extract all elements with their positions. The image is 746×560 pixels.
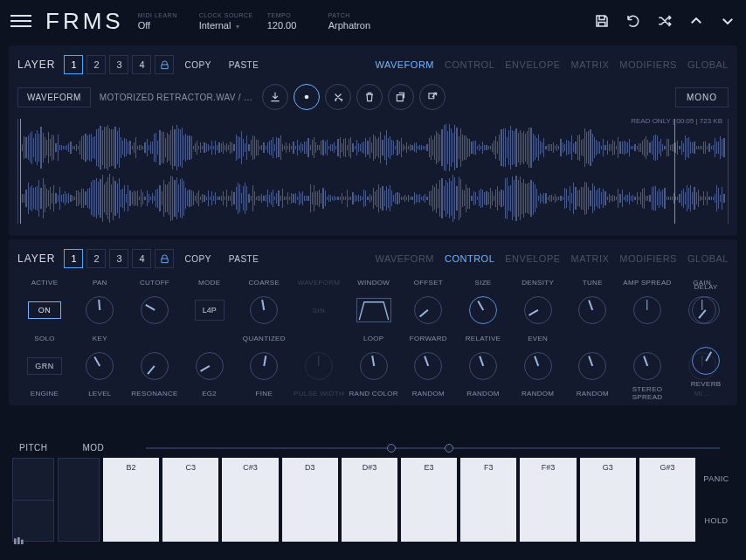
mod-pitch-slider[interactable] — [146, 447, 720, 449]
level-knob[interactable] — [86, 352, 114, 380]
tab-matrix[interactable]: MATRIX — [571, 59, 610, 70]
paste-button[interactable]: PASTE — [222, 57, 266, 73]
patch-field[interactable]: PATCH Arphatron — [328, 12, 433, 31]
record-button[interactable] — [294, 84, 320, 110]
layer-4-button[interactable]: 4 — [132, 55, 151, 74]
start-marker[interactable] — [20, 119, 21, 224]
key-g3[interactable]: G3 — [580, 458, 636, 542]
key-cs3[interactable]: C#3 — [222, 458, 278, 542]
ctrl-layer-2-button[interactable]: 2 — [86, 249, 106, 268]
pulsewidth-label: PULSE WIDTH — [294, 390, 344, 398]
key-c3[interactable]: C3 — [162, 458, 218, 542]
reverb-knob[interactable] — [692, 347, 720, 375]
patch-value: Arphatron — [328, 20, 433, 31]
loop-label: LOOP — [363, 335, 383, 342]
layer-2-button[interactable]: 2 — [86, 55, 106, 74]
ctrl-tab-modifiers[interactable]: MODIFIERS — [619, 253, 677, 264]
ctrl-tab-waveform[interactable]: WAVEFORM — [375, 253, 434, 264]
next-patch-icon[interactable] — [720, 13, 736, 29]
size-knob[interactable] — [469, 296, 497, 324]
hold-button[interactable]: HOLD — [705, 516, 729, 525]
fine-knob[interactable] — [250, 352, 278, 380]
tempo-field[interactable]: TEMPO 120.00 — [267, 12, 314, 31]
key-ds3[interactable]: D#3 — [342, 458, 397, 542]
ctrl-copy-button[interactable]: COPY — [177, 251, 218, 267]
tab-global[interactable]: GLOBAL — [687, 59, 729, 70]
layer-1-button[interactable]: 1 — [64, 55, 83, 74]
keyboard-icon[interactable] — [12, 534, 26, 548]
resonance-label: RESONANCE — [131, 390, 177, 398]
pan-knob[interactable] — [86, 296, 114, 324]
lock-icon[interactable] — [155, 55, 174, 74]
mod-label: MOD — [83, 443, 105, 453]
pitch-label: PITCH — [19, 443, 48, 453]
panic-button[interactable]: PANIC — [703, 474, 729, 483]
resonance-knob[interactable] — [141, 352, 169, 380]
ctrl-layer-3-button[interactable]: 3 — [109, 249, 128, 268]
pulsewidth-knob[interactable] — [305, 352, 333, 380]
waveform-select[interactable]: WAVEFORM — [17, 87, 91, 107]
tab-control[interactable]: CONTROL — [445, 59, 494, 70]
ctrl-layer-4-button[interactable]: 4 — [132, 249, 151, 268]
download-button[interactable] — [262, 84, 288, 110]
pitch-pad[interactable] — [12, 458, 54, 542]
key-label: KEY — [93, 335, 107, 342]
slider-thumb-2[interactable] — [445, 444, 453, 453]
end-marker[interactable] — [674, 119, 675, 224]
save-icon[interactable] — [594, 13, 610, 29]
layer-3-button[interactable]: 3 — [109, 55, 128, 74]
clock-source-field[interactable]: CLOCK SOURCE Internal — [199, 12, 253, 31]
random4-knob[interactable] — [578, 352, 606, 380]
tab-modifiers[interactable]: MODIFIERS — [619, 59, 677, 70]
tab-envelope[interactable]: ENVELOPE — [505, 59, 560, 70]
random4-label: RANDOM — [577, 390, 609, 398]
mod-pad[interactable] — [58, 458, 100, 542]
ctrl-layer-1-button[interactable]: 1 — [64, 249, 83, 268]
key-b2[interactable]: B2 — [103, 458, 159, 542]
stereospread-knob[interactable] — [633, 352, 661, 380]
mono-button[interactable]: MONO — [675, 87, 729, 107]
tab-waveform[interactable]: WAVEFORM — [375, 59, 434, 70]
key-d3[interactable]: D3 — [282, 458, 338, 542]
delete-button[interactable] — [356, 84, 383, 110]
delay-knob[interactable] — [692, 296, 720, 324]
midi-learn-field[interactable]: MIDI LEARN Off — [138, 12, 185, 31]
waveform-display[interactable]: READ ONLY | 00:05 | 723 KB — [17, 119, 729, 224]
mode-select[interactable]: L4P — [195, 300, 224, 321]
random1-knob[interactable] — [414, 352, 442, 380]
tune-knob[interactable] — [578, 296, 606, 324]
ctrl-tab-envelope[interactable]: ENVELOPE — [505, 253, 560, 264]
key-gs3[interactable]: G#3 — [639, 458, 695, 542]
ctrl-paste-button[interactable]: PASTE — [222, 251, 266, 267]
sample-file-label[interactable]: MOTORIZED RETRACTOR.WAV / 44100 / … — [100, 93, 257, 102]
ctrl-tab-matrix[interactable]: MATRIX — [571, 253, 610, 264]
offset-knob[interactable] — [414, 296, 442, 324]
density-knob[interactable] — [524, 296, 552, 324]
export-button[interactable] — [419, 84, 446, 110]
duplicate-button[interactable] — [388, 84, 414, 110]
key-e3[interactable]: E3 — [401, 458, 457, 542]
shuffle-icon[interactable] — [657, 13, 673, 29]
grn-button[interactable]: GRN — [27, 357, 62, 375]
randcolor-knob[interactable] — [360, 352, 388, 380]
cutoff-knob[interactable] — [141, 296, 169, 324]
ctrl-lock-icon[interactable] — [155, 249, 174, 268]
undo-icon[interactable] — [625, 13, 641, 29]
svg-point-0 — [304, 95, 308, 100]
window-shape[interactable] — [356, 298, 391, 322]
prev-patch-icon[interactable] — [688, 13, 704, 29]
slider-thumb-1[interactable] — [387, 444, 396, 453]
eg2-knob[interactable] — [196, 352, 224, 380]
menu-button[interactable] — [10, 10, 31, 31]
ampspread-knob[interactable] — [633, 296, 661, 324]
ctrl-tab-global[interactable]: GLOBAL — [687, 253, 729, 264]
key-f3[interactable]: F3 — [460, 458, 516, 542]
ctrl-tab-control[interactable]: CONTROL — [445, 253, 494, 264]
on-button[interactable]: ON — [28, 301, 61, 319]
cut-button[interactable] — [325, 84, 351, 110]
copy-button[interactable]: COPY — [177, 57, 218, 73]
coarse-knob[interactable] — [250, 296, 278, 324]
random2-knob[interactable] — [469, 352, 497, 380]
key-fs3[interactable]: F#3 — [520, 458, 576, 542]
random3-knob[interactable] — [524, 352, 552, 380]
